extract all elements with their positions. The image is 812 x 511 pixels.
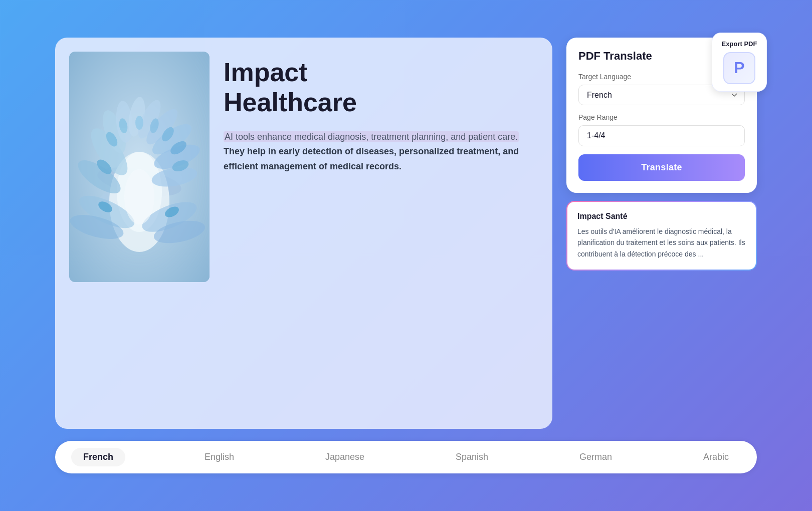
export-pdf-badge[interactable]: Export PDF P	[712, 33, 767, 92]
translation-result-inner: Impact Santé Les outils d'IA améliorent …	[567, 202, 756, 270]
lang-french[interactable]: French	[71, 448, 125, 466]
highlighted-description: AI tools enhance medical diagnosis, trea…	[224, 131, 519, 142]
description-normal: They help in early detection of diseases…	[224, 146, 519, 171]
pdf-icon: P	[734, 59, 744, 77]
svg-point-18	[135, 116, 143, 130]
export-pdf-icon[interactable]: P	[723, 52, 755, 84]
book-description: AI tools enhance medical diagnosis, trea…	[224, 130, 538, 174]
translation-body: Les outils d'IA améliorent le diagnostic…	[577, 226, 746, 260]
svg-point-29	[124, 169, 154, 224]
lang-arabic[interactable]: Arabic	[691, 448, 741, 466]
translation-result: Impact Santé Les outils d'IA améliorent …	[566, 201, 757, 271]
export-pdf-label: Export PDF	[722, 40, 757, 48]
book-title: Impact Healthcare	[224, 58, 538, 118]
page-range-input[interactable]	[578, 125, 745, 146]
lang-japanese[interactable]: Japanese	[313, 448, 376, 466]
page-range-label: Page Range	[578, 113, 745, 121]
translate-button[interactable]: Translate	[578, 154, 745, 181]
book-content: Impact Healthcare AI tools enhance medic…	[224, 52, 538, 174]
language-bar: French English Japanese Spanish German A…	[55, 441, 757, 473]
right-panel: Export PDF P PDF Translate Target Langua…	[566, 38, 757, 429]
lang-german[interactable]: German	[567, 448, 624, 466]
lang-english[interactable]: English	[192, 448, 246, 466]
document-card: Impact Healthcare AI tools enhance medic…	[55, 38, 552, 429]
translation-title: Impact Santé	[577, 212, 746, 221]
book-cover-image	[69, 52, 210, 282]
lang-spanish[interactable]: Spanish	[444, 448, 500, 466]
